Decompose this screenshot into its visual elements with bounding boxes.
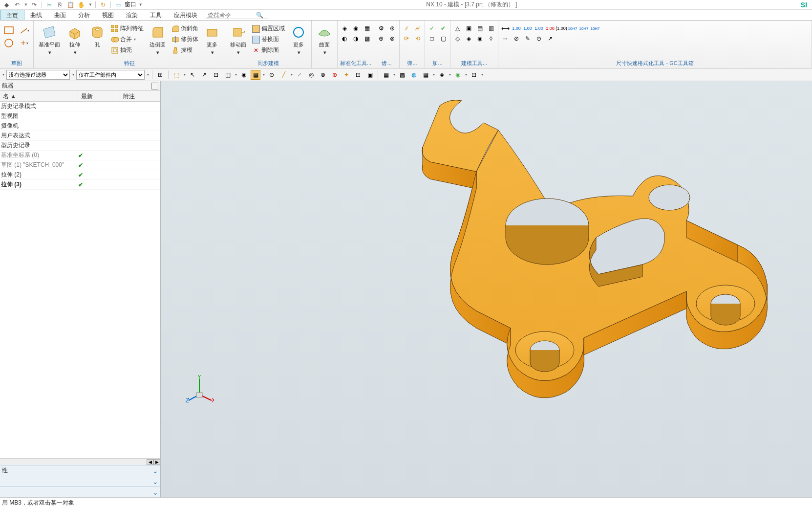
selection-icon[interactable]: ⊡ [353,70,363,80]
tool-icon[interactable]: ◑ [351,34,361,44]
menu-icon[interactable]: ▾ [2,72,4,77]
view-triad-icon[interactable]: Y X Z [185,375,214,404]
navigator-hscroll[interactable]: ◀▶ [0,458,160,465]
navigator-tree[interactable]: 历史记录模式型视图摄像机用户表达式型历史记录基准坐标系 (0)✔草图 (1) "… [0,102,160,458]
tab-surface[interactable]: 曲面 [48,10,72,20]
view-icon[interactable]: ◉ [453,70,463,80]
tool-icon[interactable]: ◐ [340,34,349,44]
hole-button[interactable]: 孔 [86,23,108,49]
tab-view[interactable]: 视图 [96,10,120,20]
spring-icon[interactable]: ⟳ [402,34,411,44]
dim-icon[interactable]: 1.00 [512,23,521,33]
tree-row[interactable]: 型历史记录 [0,141,160,151]
chevron-down-icon[interactable]: ⌄ [152,467,158,475]
window-label[interactable]: 窗口 [125,0,136,9]
gear-icon[interactable]: ⊛ [387,23,397,33]
tab-curve[interactable]: 曲线 [24,10,48,20]
dropdown-icon[interactable]: ▾ [72,72,74,77]
tool-icon[interactable]: ◈ [340,23,349,33]
selection-icon[interactable]: ⊚ [318,70,328,80]
tab-render[interactable]: 渲染 [120,10,144,20]
line-icon[interactable]: ▾ [20,25,29,35]
move-face-button[interactable]: 移动面▾ [227,23,249,57]
view-icon[interactable]: ▦ [381,70,391,80]
tree-row[interactable]: 用户表达式 [0,131,160,141]
dim-icon[interactable]: 1.00 [523,23,533,33]
navigator-panel[interactable]: 性⌄ [0,465,160,476]
dropdown-icon[interactable]: ▼ [24,2,28,7]
tab-analysis[interactable]: 分析 [72,10,96,20]
model-icon[interactable]: ◉ [475,34,485,44]
nx-logo-icon[interactable]: ◆ [2,0,11,9]
pattern-button[interactable]: 阵列特征 [109,23,146,34]
point-icon[interactable]: +▾ [20,38,29,48]
shell-button[interactable]: 抽壳 [109,45,146,55]
gear-icon[interactable]: ⚙ [376,23,386,33]
tab-home[interactable]: 主页 [0,10,24,20]
add-icon[interactable]: ✔ [438,23,448,33]
tree-row[interactable]: 基准坐标系 (0)✔ [0,151,160,160]
selection-icon[interactable]: ↖ [188,70,197,80]
edge-blend-button[interactable]: 边倒圆▾ [147,23,169,57]
selection-icon[interactable]: ⊙ [267,70,277,80]
selection-icon[interactable]: ⊞ [155,70,165,80]
search-icon[interactable]: 🔍 [256,12,263,19]
gear-icon[interactable]: ⊗ [387,34,397,44]
selection-icon[interactable]: ⊡ [211,70,221,80]
selection-icon[interactable]: ◎ [306,70,316,80]
navigator-panel[interactable]: ⌄ [0,486,160,497]
model-icon[interactable]: ▤ [475,23,485,33]
selection-icon[interactable]: ◫ [223,70,233,80]
dim-icon[interactable]: ⟷ [500,23,510,33]
view-icon[interactable]: ◍ [409,70,419,80]
tree-row[interactable]: 型视图 [0,111,160,121]
3d-model[interactable] [366,96,791,414]
dim-icon[interactable]: ↗ [545,34,555,44]
col-notes[interactable]: 附注 [120,91,138,101]
selection-filter[interactable]: 没有选择过滤器 [6,70,70,80]
model-icon[interactable]: ▣ [464,23,473,33]
add-icon[interactable]: ✓ [427,23,437,33]
dim-icon[interactable]: 1.00 [545,23,555,33]
selection-scope[interactable]: 仅在工作部件内 [76,70,145,80]
chevron-down-icon[interactable]: ⌄ [152,488,158,496]
selection-icon[interactable]: ▦ [251,70,260,80]
paste-icon[interactable]: 📋 [66,0,75,9]
dim-icon[interactable]: (1.00) [556,23,566,33]
graphics-canvas[interactable]: Y X Z [161,81,812,497]
tree-row[interactable]: 摄像机 [0,121,160,131]
spring-icon[interactable]: ⟲ [413,34,423,44]
model-icon[interactable]: ◊ [486,34,496,44]
chamfer-button[interactable]: 倒斜角 [170,23,200,34]
dim-icon[interactable]: 10H7 [590,23,600,33]
add-icon[interactable]: ▢ [438,34,448,44]
selection-icon[interactable]: ⊕ [330,70,340,80]
extrude-button[interactable]: 拉伸▾ [64,23,85,57]
dim-icon[interactable]: ⊙ [534,34,544,44]
delete-face-button[interactable]: ✕删除面 [250,45,287,55]
view-icon[interactable]: ◈ [437,70,447,80]
draft-button[interactable]: 拔模 [170,45,200,55]
tool-icon[interactable]: ◉ [351,23,361,33]
view-icon[interactable]: ⊡ [469,70,479,80]
spring-icon[interactable]: ⫽ [402,23,411,33]
tree-row[interactable]: 草图 (1) "SKETCH_000"✔ [0,160,160,170]
undo-icon[interactable]: ↶ [13,0,21,9]
pin-icon[interactable] [151,83,158,89]
datum-plane-button[interactable]: 基准平面▾ [36,23,63,57]
selection-icon[interactable]: ⟋ [295,70,304,80]
tab-application[interactable]: 应用模块 [168,10,204,20]
unite-button[interactable]: 合并▾ [109,34,146,44]
rectangle-icon[interactable] [4,25,14,35]
offset-region-button[interactable]: 偏置区域 [250,23,287,34]
tree-row[interactable]: 拉伸 (2)✔ [0,170,160,180]
chevron-down-icon[interactable]: ⌄ [152,478,158,486]
selection-icon[interactable]: ⬚ [171,70,181,80]
col-name[interactable]: 名 ▲ [0,91,78,101]
dropdown-icon[interactable]: ▼ [139,2,143,7]
model-icon[interactable]: ◇ [452,34,462,44]
more-sync-button[interactable]: 更多▾ [288,23,309,57]
circle-icon[interactable] [4,38,14,48]
dim-icon[interactable]: ⊘ [512,34,521,44]
tool-icon[interactable]: ▩ [362,34,372,44]
